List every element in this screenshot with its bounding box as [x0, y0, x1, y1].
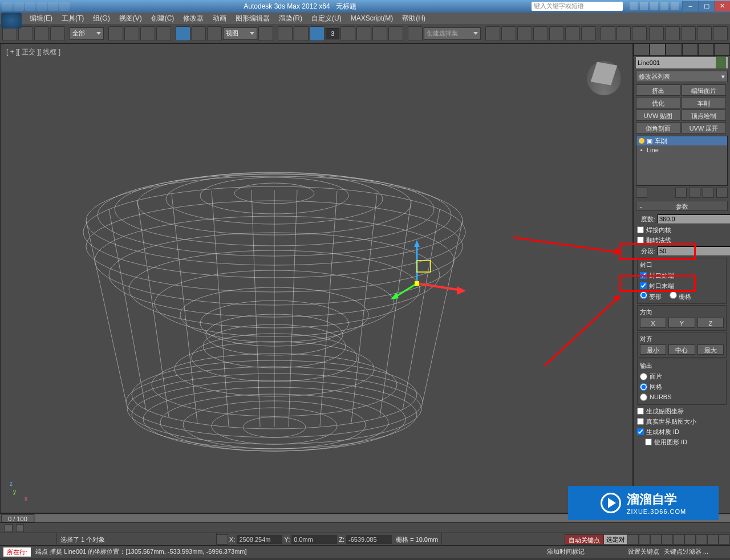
select-object-icon[interactable] [108, 26, 123, 41]
mod-editpatch-button[interactable]: 编辑面片 [682, 84, 726, 96]
scale-icon[interactable] [207, 26, 222, 41]
link-icon[interactable] [34, 26, 49, 41]
menu-help[interactable]: 帮助(H) [398, 13, 430, 24]
qat-undo-icon[interactable] [36, 2, 47, 11]
nav-mode-icon[interactable] [684, 534, 696, 545]
frame-indicator[interactable]: 0 / 100 [1, 514, 34, 522]
real-world-checkbox[interactable]: 真实世界贴图大小 [637, 416, 727, 427]
rendered-frame-icon[interactable] [617, 26, 631, 41]
menu-customize[interactable]: 自定义(U) [307, 13, 346, 24]
morph-radio[interactable]: 变形 [640, 291, 662, 301]
mod-vertexpaint-button[interactable]: 顶点绘制 [682, 109, 726, 121]
weld-core-checkbox[interactable]: 焊接内核 [637, 225, 727, 235]
modifier-list-dropdown[interactable]: 修改器列表▾ [636, 71, 728, 82]
play-start-icon[interactable] [627, 534, 639, 545]
spinner-snap-icon[interactable] [372, 26, 387, 41]
x-coord-field[interactable]: 2508.254m [237, 535, 282, 544]
minimize-button[interactable]: – [682, 1, 698, 11]
align-icon[interactable] [501, 26, 516, 41]
menu-rendering[interactable]: 渲染(R) [274, 13, 307, 24]
play-end-icon[interactable] [673, 534, 684, 545]
tab-hierarchy-icon[interactable] [666, 43, 682, 56]
flip-normals-checkbox[interactable]: 翻转法线 [637, 235, 727, 245]
ref-coord-dropdown[interactable]: 视图 [223, 27, 257, 40]
qat-open-icon[interactable] [14, 2, 24, 11]
move-icon[interactable] [176, 26, 190, 41]
tool-b-icon[interactable] [665, 26, 680, 41]
use-shapeid-checkbox[interactable]: 使用图形 ID [637, 437, 727, 447]
cap-end-checkbox[interactable]: 封口末端 [640, 281, 724, 291]
add-time-tag[interactable]: 添加时间标记 [547, 547, 585, 556]
dir-y-button[interactable]: Y [668, 318, 695, 328]
menu-graph-editors[interactable]: 图形编辑器 [231, 13, 274, 24]
unique-icon[interactable] [689, 188, 700, 198]
selection-filter-dropdown[interactable]: 全部 [70, 27, 104, 40]
curve-editor-icon[interactable] [549, 26, 564, 41]
keyfilter-button[interactable]: 关键点过滤器 ... [664, 547, 708, 556]
select-manipulate-icon[interactable] [278, 26, 293, 41]
rect-region-icon[interactable] [140, 26, 155, 41]
close-button[interactable]: ✕ [714, 1, 730, 11]
layer-manager-icon[interactable] [533, 26, 548, 41]
stack-item-lathe[interactable]: ▣ 车削 [636, 136, 727, 145]
tool-a-icon[interactable] [649, 26, 664, 41]
menu-animation[interactable]: 动画 [208, 13, 231, 24]
tab-display-icon[interactable] [698, 43, 714, 56]
segments-spinner[interactable] [658, 246, 730, 255]
nav-pan-icon[interactable] [696, 534, 707, 545]
search-icon[interactable] [630, 2, 638, 10]
mod-optimize-button[interactable]: 优化 [636, 97, 680, 108]
viewport[interactable]: [ + ][ 正交 ][ 线框 ] [0, 43, 633, 513]
cap-start-checkbox[interactable]: 封口始端 [640, 270, 724, 281]
setkey-label[interactable]: 设置关键点 [628, 547, 659, 556]
output-mesh-radio[interactable]: 网格 [640, 382, 724, 392]
qat-redo-icon[interactable] [48, 2, 58, 11]
select-by-name-icon[interactable] [124, 26, 139, 41]
menu-views[interactable]: 视图(V) [115, 13, 147, 24]
trackbar-key-icon[interactable] [16, 524, 24, 532]
show-end-icon[interactable] [675, 188, 687, 198]
viewcube[interactable] [587, 61, 621, 95]
snap-spinner[interactable]: 3 [326, 28, 339, 39]
application-button[interactable] [1, 13, 22, 29]
play-prev-icon[interactable] [639, 534, 650, 545]
menu-modifiers[interactable]: 修改器 [179, 13, 208, 24]
mod-uvwunwrap-button[interactable]: UVW 展开 [682, 122, 726, 133]
schematic-view-icon[interactable] [565, 26, 580, 41]
pin-stack-icon[interactable] [636, 188, 647, 198]
menu-tools[interactable]: 工具(T) [57, 13, 88, 24]
teapot2-icon[interactable] [697, 26, 712, 41]
degrees-spinner[interactable] [658, 214, 730, 224]
mod-bevelprofile-button[interactable]: 倒角剖面 [636, 122, 680, 133]
tab-create-icon[interactable] [634, 43, 650, 56]
pivot-icon[interactable] [258, 26, 273, 41]
gen-matid-checkbox[interactable]: 生成材质 ID [637, 427, 727, 437]
mirror-icon[interactable] [485, 26, 500, 41]
dir-z-button[interactable]: Z [697, 318, 724, 328]
layers-icon[interactable] [517, 26, 532, 41]
edged-faces-icon[interactable] [388, 26, 403, 41]
stack-item-line[interactable]: ▪ Line [636, 145, 727, 155]
keyboard-shortcut-icon[interactable] [294, 26, 309, 41]
tab-modify-icon[interactable] [650, 43, 666, 56]
align-min-button[interactable]: 最小 [640, 344, 666, 355]
align-max-button[interactable]: 最大 [697, 344, 724, 355]
rollout-parameters-header[interactable]: 参数 [636, 201, 728, 211]
menu-group[interactable]: 组(G) [88, 13, 114, 24]
menu-create[interactable]: 创建(C) [147, 13, 179, 24]
object-color-swatch[interactable] [716, 57, 726, 68]
qat-more-icon[interactable] [59, 2, 70, 11]
modifier-stack[interactable]: ▣ 车削 ▪ Line [636, 136, 728, 186]
transform-gizmo[interactable] [388, 238, 468, 306]
angle-snap-icon[interactable] [340, 26, 355, 41]
mod-extrude-button[interactable]: 挤出 [636, 84, 680, 96]
nav-max-icon[interactable] [719, 534, 730, 545]
object-name-field[interactable]: Line001 [636, 57, 728, 68]
bulb-icon[interactable] [639, 138, 644, 144]
material-editor-icon[interactable] [581, 26, 596, 41]
autokey-button[interactable]: 自动关键点 [565, 534, 604, 545]
render-setup-icon[interactable] [601, 26, 615, 41]
grid-radio[interactable]: 栅格 [670, 291, 691, 301]
align-center-button[interactable]: 中心 [668, 344, 695, 355]
qat-save-icon[interactable] [25, 2, 35, 11]
